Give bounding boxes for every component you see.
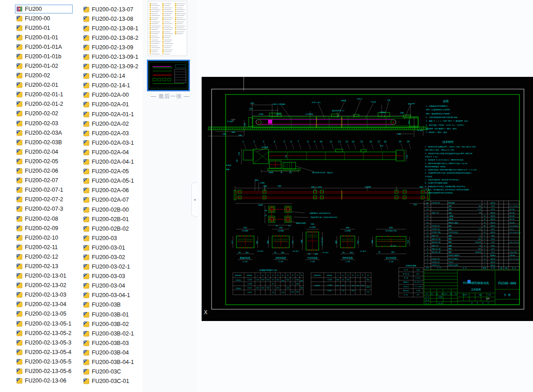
cad-file-icon — [83, 44, 90, 51]
file-item[interactable]: FU200-02-03A — [16, 128, 73, 137]
file-item[interactable]: FU200-02-05 — [16, 156, 73, 166]
selected-file-item[interactable]: FU200 — [15, 5, 73, 14]
file-item[interactable]: FU200-02-13-05-2 — [16, 328, 73, 338]
file-item[interactable]: FU200-02-13-05 — [16, 309, 73, 319]
file-item-label: FU200-03B-04-1 — [92, 359, 134, 365]
file-item[interactable]: FU200-02-14-1 — [83, 81, 138, 90]
file-item[interactable]: FU200-02A-07 — [83, 195, 138, 205]
file-item[interactable]: FU200-02-13-05-5 — [16, 357, 73, 366]
file-item[interactable]: FU200-02-13-08-1 — [83, 24, 138, 33]
file-item[interactable]: FU200-02A-03 — [83, 128, 138, 138]
file-item[interactable]: FU200-03-01 — [83, 243, 138, 252]
file-item[interactable]: FU200-03C — [83, 367, 138, 377]
file-item[interactable]: FU200-02-07 — [16, 176, 73, 185]
svg-text:FU200-04: FU200-04 — [432, 228, 439, 230]
file-item[interactable]: FU200-02-01-1 — [16, 90, 73, 99]
file-item[interactable]: FU200-02-13-05-4 — [16, 347, 73, 357]
file-item[interactable]: FU200-02-13-05-3 — [16, 338, 73, 347]
file-item[interactable]: FU200-03-04 — [83, 281, 138, 291]
file-item[interactable]: FU200-03-02 — [83, 252, 138, 262]
svg-text:10-Φ12: 10-Φ12 — [257, 250, 264, 252]
file-item[interactable]: FU200-02-13 — [16, 261, 73, 271]
file-item[interactable]: FU200-02A-01 — [83, 100, 138, 109]
svg-text:分区: 分区 — [435, 293, 438, 295]
file-item[interactable]: FU200-02A-04-1 — [83, 157, 138, 167]
file-item[interactable]: FU200-01-02 — [16, 61, 73, 71]
file-item[interactable]: FU200-02-13-08-2 — [83, 33, 138, 43]
file-item[interactable]: FU200-03B-01 — [83, 310, 138, 319]
file-item[interactable]: FU200-02A-05-1 — [83, 176, 138, 186]
file-item[interactable]: FU200-02-01 — [16, 80, 73, 90]
file-item[interactable]: FU200-03B-02-1 — [83, 329, 138, 338]
svg-text:628: 628 — [342, 285, 344, 287]
file-item[interactable]: FU200-02-01-2 — [16, 99, 73, 109]
file-item[interactable]: FU200-01 — [16, 23, 73, 33]
file-item[interactable]: FU200-02-07-2 — [16, 195, 73, 204]
file-item[interactable]: FU200-02-13-07 — [83, 5, 138, 14]
file-item[interactable]: FU200-02-13-08 — [83, 14, 138, 24]
file-item[interactable]: FU200-01-01 — [16, 33, 73, 42]
file-item[interactable]: FU200-02-11 — [16, 242, 73, 252]
file-item[interactable]: FU200-02-13-05-6 — [16, 366, 73, 376]
thumbnail-drawing-page-selected[interactable] — [147, 60, 190, 91]
file-item[interactable]: FU200-02A-04 — [83, 147, 138, 157]
file-item[interactable]: FU200-00 — [16, 14, 73, 23]
file-item[interactable]: FU200-03B-03 — [83, 338, 138, 348]
file-item[interactable]: FU200-03B-02 — [83, 319, 138, 329]
file-item[interactable]: FU200-02B-01 — [83, 214, 138, 224]
svg-text:7: 7 — [297, 140, 299, 143]
file-item[interactable]: FU200-02-02 — [16, 109, 73, 118]
thumbnail-file-list-page[interactable] — [148, 1, 187, 56]
file-item[interactable]: FU200-02-06 — [16, 166, 73, 176]
file-item[interactable]: FU200-03 — [83, 233, 138, 243]
file-item[interactable]: FU200-02-10 — [16, 233, 73, 242]
cad-canvas[interactable]: 1234567891011121314151617181920476353120… — [202, 77, 533, 321]
file-item[interactable]: FU200-02-13-02 — [16, 281, 73, 290]
svg-text:200: 200 — [400, 112, 404, 114]
file-item[interactable]: FU200-02A-00 — [83, 90, 138, 100]
file-item[interactable]: FU200-02A-05 — [83, 167, 138, 176]
file-item-label: FU200-02-13-06 — [25, 378, 66, 384]
file-item[interactable]: FU200-03C-01 — [83, 377, 138, 386]
file-item[interactable]: FU200-03-03 — [83, 272, 138, 281]
collapse-panel-handle[interactable]: ◄ — [191, 182, 198, 217]
file-item[interactable]: FU200-02A-06 — [83, 186, 138, 195]
file-item-label: FU200-02-02 — [25, 110, 58, 117]
file-item[interactable]: FU200-02-13-05-1 — [16, 319, 73, 328]
file-item[interactable]: FU200-02B-02 — [83, 224, 138, 233]
file-item[interactable]: FU200-01-01b — [16, 52, 73, 61]
file-item[interactable]: FU200-02-13-09-1 — [83, 52, 138, 61]
file-item[interactable]: FU200-02-08 — [16, 214, 73, 223]
file-item[interactable]: FU200-02-13-04 — [16, 300, 73, 309]
file-item[interactable]: FU200-03B-04 — [83, 348, 138, 357]
file-item[interactable]: FU200-02-13-03 — [16, 290, 73, 300]
file-item-label: FU200-02A-07 — [92, 197, 129, 203]
file-item[interactable]: FU200-02A-01-1 — [83, 109, 138, 119]
svg-text:200: 200 — [371, 240, 373, 244]
file-item[interactable]: FU200-03B-04-1 — [83, 357, 138, 367]
svg-text:电动机(减速机): 电动机(减速机) — [448, 254, 460, 256]
file-item[interactable]: FU200-02 — [16, 71, 73, 80]
file-item[interactable]: FU200-03B — [83, 300, 138, 310]
file-item[interactable]: FU200-02A-02 — [83, 119, 138, 128]
file-item-label: FU200-02-01-1 — [25, 91, 63, 98]
file-item[interactable]: FU200-02-13-06 — [16, 376, 73, 386]
svg-text:190: 190 — [300, 280, 303, 282]
file-item[interactable]: FU200-02-13-09 — [83, 43, 138, 52]
file-item[interactable]: FU200-02A-03-1 — [83, 138, 138, 147]
file-item[interactable]: FU200-03-02-1 — [83, 262, 138, 272]
file-item[interactable]: FU200-02-09 — [16, 223, 73, 233]
file-item[interactable]: FU200-03-04-1 — [83, 291, 138, 300]
file-item[interactable]: FU200-02-04 — [16, 147, 73, 156]
file-item[interactable]: FU200-02-03B — [16, 137, 73, 147]
file-item[interactable]: FU200-02-13-09-2 — [83, 62, 138, 71]
file-item[interactable]: FU200-02B-00 — [83, 205, 138, 214]
file-item[interactable]: FU200-02-13-01 — [16, 271, 73, 281]
file-item[interactable]: FU200-02-07-1 — [16, 185, 73, 195]
file-item[interactable]: FU200-02-14 — [83, 71, 138, 81]
file-item[interactable]: FU200-02-03 — [16, 118, 73, 128]
file-item[interactable]: FU200-01-01A — [16, 42, 73, 52]
file-item[interactable]: FU200-02-12 — [16, 252, 73, 261]
file-item[interactable]: FU200-02-07-3 — [16, 204, 73, 214]
svg-text:Q235: Q235 — [491, 228, 495, 230]
